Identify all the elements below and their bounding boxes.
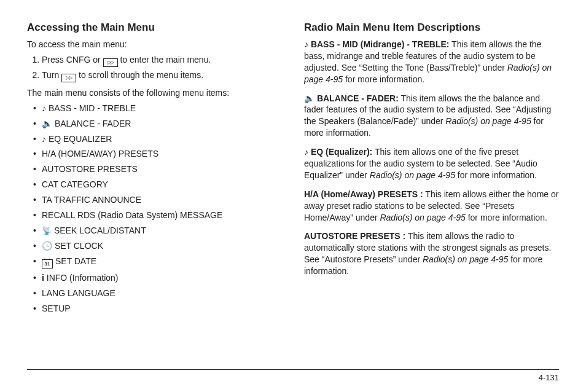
list-item: 31 SET DATE (42, 256, 282, 269)
list-item: 🔈 BALANCE - FADER (42, 118, 282, 130)
music-note-icon: ♪ (42, 103, 49, 113)
steps-list: Press CNFG or to enter the main menu. Tu… (27, 54, 282, 82)
left-column: Accessing the Main Menu To access the ma… (27, 21, 282, 358)
desc-lead: AUTOSTORE PRESETS : (304, 231, 405, 241)
info-icon: i (42, 273, 47, 283)
list-item: ♪ EQ EQUALIZER (42, 133, 282, 145)
list-item-label: SEEK LOCAL/DISTANT (54, 225, 146, 235)
desc-body-b: for more information. (466, 213, 547, 222)
speaker-icon: 🔈 (304, 93, 317, 103)
desc-lead: H/A (Home/Away) PRESETS : (304, 189, 423, 199)
step-2-text-a: Turn (42, 70, 61, 80)
antenna-icon: 📡 (42, 225, 52, 237)
list-item-label: SETUP (42, 304, 71, 313)
desc-ref: Radio(s) on page 4-95 (423, 254, 508, 264)
speaker-icon: 🔈 (42, 119, 55, 128)
right-column: Radio Main Menu Item Descriptions ♪ BASS… (304, 21, 559, 358)
heading-descriptions: Radio Main Menu Item Descriptions (304, 21, 559, 35)
step-1: Press CNFG or to enter the main menu. (42, 54, 282, 67)
desc-balance: 🔈 BALANCE - FADER: This item allows the … (304, 93, 559, 139)
list-item-label: CAT CATEGORY (42, 179, 108, 189)
desc-ref: Radio(s) on page 4-95 (445, 116, 531, 126)
list-item: AUTOSTORE PRESETS (42, 163, 282, 175)
clock-icon: 🕒 (42, 241, 55, 251)
list-item: CAT CATEGORY (42, 179, 282, 190)
list-item: 📡 SEEK LOCAL/DISTANT (42, 225, 282, 237)
step-1-text-b: to enter the main menu. (120, 55, 211, 65)
desc-lead: BALANCE - FADER: (317, 93, 399, 103)
menu-items-list: ♪ BASS - MID - TREBLE 🔈 BALANCE - FADER … (27, 103, 282, 315)
page-number: 4-131 (539, 372, 559, 383)
list-item: LANG LANGUAGE (42, 288, 282, 299)
desc-ref: Radio(s) on page 4-95 (370, 170, 455, 180)
two-column-layout: Accessing the Main Menu To access the ma… (27, 21, 559, 358)
list-item: ♪ BASS - MID - TREBLE (42, 103, 282, 114)
list-item-label: INFO (Information) (47, 273, 119, 283)
list-item-label: SET CLOCK (55, 241, 103, 251)
calendar-icon: 31 (42, 259, 53, 269)
list-item-label: SET DATE (55, 256, 96, 266)
tune-knob-icon (103, 58, 118, 67)
intro-text: To access the main menu: (27, 39, 282, 50)
list-item: i INFO (Information) (42, 272, 282, 284)
step-2-text-b: to scroll through the menu items. (79, 70, 203, 80)
music-note-icon: ♪ (304, 147, 311, 157)
desc-body-b: for more information. (343, 74, 424, 84)
step-2: Turn to scroll through the menu items. (42, 69, 282, 82)
desc-bass: ♪ BASS - MID (Midrange) - TREBLE: This i… (304, 39, 559, 85)
list-item: 🕒 SET CLOCK (42, 240, 282, 252)
desc-lead: BASS - MID (Midrange) - TREBLE: (311, 39, 450, 49)
list-item: H/A (HOME/AWAY) PRESETS (42, 148, 282, 160)
list-item-label: AUTOSTORE PRESETS (42, 164, 138, 174)
list-item-label: RECALL RDS (Radio Data System) MESSAGE (42, 210, 222, 220)
step-1-text-a: Press CNFG or (42, 55, 103, 65)
music-note-icon: ♪ (42, 134, 49, 144)
list-item-label: EQ EQUALIZER (49, 134, 112, 144)
tune-knob-icon (61, 74, 76, 82)
list-item-label: LANG LANGUAGE (42, 288, 115, 298)
list-item: SETUP (42, 303, 282, 315)
music-note-icon: ♪ (304, 39, 311, 49)
desc-body-b: for more information. (455, 170, 537, 180)
list-item: TA TRAFFIC ANNOUNCE (42, 194, 282, 206)
desc-eq: ♪ EQ (Equalizer): This item allows one o… (304, 146, 559, 181)
list-item-label: BALANCE - FADER (55, 119, 131, 128)
list-item-label: TA TRAFFIC ANNOUNCE (42, 195, 141, 205)
desc-lead: EQ (Equalizer): (311, 147, 372, 157)
menu-items-intro: The main menu consists of the following … (27, 87, 282, 99)
desc-ref: Radio(s) on page 4-95 (380, 213, 465, 222)
desc-autostore: AUTOSTORE PRESETS : This item allows the… (304, 230, 559, 277)
list-item-label: H/A (HOME/AWAY) PRESETS (42, 149, 158, 159)
desc-ha: H/A (Home/Away) PRESETS : This item allo… (304, 189, 559, 224)
manual-page: Accessing the Main Menu To access the ma… (0, 0, 586, 392)
list-item-label: BASS - MID - TREBLE (49, 103, 136, 113)
list-item: RECALL RDS (Radio Data System) MESSAGE (42, 210, 282, 221)
footer-divider (27, 369, 559, 370)
heading-accessing-main-menu: Accessing the Main Menu (27, 21, 282, 35)
